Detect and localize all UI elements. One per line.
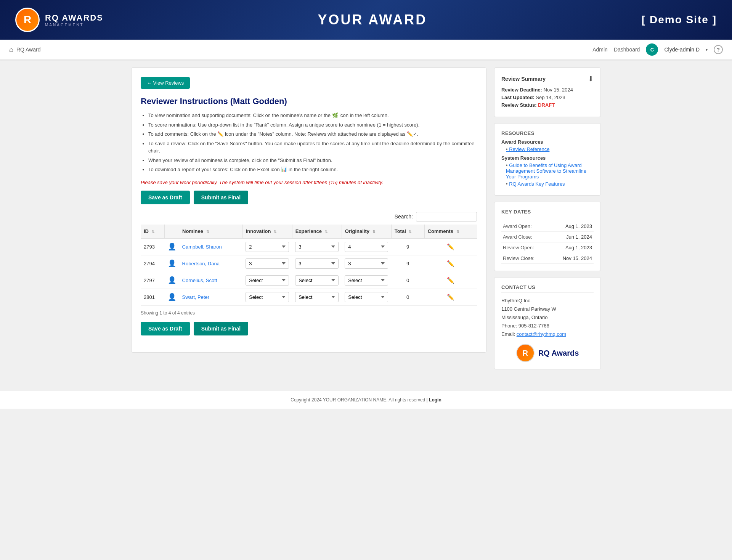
user-name: Clyde-admin D (664, 47, 700, 53)
person-icon[interactable]: 👤 (168, 276, 176, 284)
instruction-item: To score nominations: Use drop-down list… (148, 121, 477, 129)
system-resource-link[interactable]: Guide to Benefits of Using Award Managem… (501, 162, 594, 180)
top-action-buttons: Save as Draft Submit as Final (141, 191, 477, 204)
cell-originality: Select 12345 (342, 272, 391, 289)
nominee-name-link[interactable]: Campbell, Sharon (182, 244, 222, 250)
col-comments[interactable]: Comments ⇅ (424, 225, 477, 238)
dashboard-link[interactable]: Dashboard (614, 47, 640, 53)
cell-innovation: Select 12345 (242, 272, 292, 289)
key-date-value: Nov 15, 2024 (549, 253, 594, 264)
view-reviews-button[interactable]: ← View Reviews (141, 77, 190, 89)
rq-awards-text: RQ Awards (538, 349, 579, 358)
download-icon[interactable]: ⬇ (588, 75, 594, 83)
cell-icon: 👤 (165, 255, 179, 272)
cell-originality: 3 1245 (342, 255, 391, 272)
innovation-select[interactable]: Select 12345 (246, 275, 289, 286)
contact-address2: Mississauga, Ontario (501, 313, 594, 322)
nominee-name-link[interactable]: Swart, Peter (182, 294, 210, 300)
col-experience[interactable]: Experience ⇅ (292, 225, 342, 238)
save-draft-button-bottom[interactable]: Save as Draft (141, 322, 190, 335)
rq-logo-footer: R RQ Awards (501, 344, 594, 362)
award-resource-link[interactable]: Review Reference (501, 146, 594, 152)
user-dropdown-icon[interactable]: ▾ (706, 48, 708, 52)
cell-innovation: Select 12345 (242, 289, 292, 305)
originality-select[interactable]: Select 12345 (345, 292, 388, 302)
originality-select[interactable]: 4 1235 (345, 242, 388, 252)
cell-experience: Select 12345 (292, 272, 342, 289)
contact-email-link[interactable]: contact@rhythmq.com (517, 331, 566, 337)
cell-innovation: 2 1345 (242, 238, 292, 255)
nominee-name-link[interactable]: Robertson, Dana (182, 261, 220, 266)
resources-title: RESOURCES (501, 130, 594, 136)
innovation-select[interactable]: 3 1245 (246, 258, 289, 269)
experience-select[interactable]: 3 1245 (295, 258, 339, 269)
col-nominee[interactable]: Nominee ⇅ (179, 225, 243, 238)
table-row: 2793 👤 Campbell, Sharon 2 1345 3 1245 4 … (141, 238, 477, 255)
help-icon[interactable]: ? (714, 45, 723, 54)
key-date-label: Review Open: (501, 242, 549, 253)
table-row: 2797 👤 Cornelius, Scott Select 12345 Sel… (141, 272, 477, 289)
originality-select[interactable]: Select 12345 (345, 275, 388, 286)
nominee-name-link[interactable]: Cornelius, Scott (182, 278, 217, 283)
cell-icon: 👤 (165, 238, 179, 255)
col-id[interactable]: ID ⇅ (141, 225, 165, 238)
person-icon[interactable]: 👤 (168, 293, 176, 301)
col-icon[interactable] (165, 225, 179, 238)
col-innovation[interactable]: Innovation ⇅ (242, 225, 292, 238)
innovation-select[interactable]: Select 12345 (246, 292, 289, 302)
submit-final-button-bottom[interactable]: Submit as Final (194, 322, 248, 335)
home-icon[interactable]: ⌂ (9, 46, 13, 54)
key-date-value: Jun 1, 2024 (549, 232, 594, 242)
cell-icon: 👤 (165, 289, 179, 305)
cell-total: 9 (391, 238, 424, 255)
deadline-row: Review Deadline: Nov 15, 2024 (501, 87, 594, 93)
cell-nominee: Campbell, Sharon (179, 238, 243, 255)
key-date-row: Award Close: Jun 1, 2024 (501, 232, 594, 242)
col-originality[interactable]: Originality ⇅ (342, 225, 391, 238)
comment-edit-icon[interactable]: ✏️ (447, 294, 454, 300)
comment-edit-icon[interactable]: ✏️ (447, 260, 454, 267)
key-dates-card: KEY DATES Award Open: Aug 1, 2023 Award … (494, 202, 601, 271)
search-label: Search: (395, 213, 413, 220)
system-resource-link[interactable]: RQ Awards Key Features (501, 181, 594, 187)
review-summary-card: Review Summary ⬇ Review Deadline: Nov 15… (494, 67, 601, 117)
cell-id: 2793 (141, 238, 165, 255)
table-row: 2794 👤 Robertson, Dana 3 1245 3 1245 3 1… (141, 255, 477, 272)
contact-title: CONTACT US (501, 284, 594, 293)
key-date-label: Review Close: (501, 253, 549, 264)
comment-edit-icon[interactable]: ✏️ (447, 244, 454, 250)
contact-info: RhythmQ Inc. 1100 Central Parkway W Miss… (501, 297, 594, 339)
experience-select[interactable]: Select 12345 (295, 275, 339, 286)
person-icon[interactable]: 👤 (168, 243, 176, 250)
cell-originality: 4 1235 (342, 238, 391, 255)
breadcrumb: RQ Award (16, 47, 41, 53)
save-draft-button-top[interactable]: Save as Draft (141, 191, 190, 204)
login-link[interactable]: Login (429, 397, 441, 403)
bottom-action-buttons: Save as Draft Submit as Final (141, 322, 477, 335)
innovation-select[interactable]: 2 1345 (246, 242, 289, 252)
person-icon[interactable]: 👤 (168, 260, 176, 267)
experience-select[interactable]: Select 12345 (295, 292, 339, 302)
cell-icon: 👤 (165, 272, 179, 289)
resources-card: RESOURCES Award Resources Review Referen… (494, 123, 601, 196)
cell-total: 0 (391, 272, 424, 289)
instruction-item: To add comments: Click on the ✏️ icon un… (148, 130, 477, 138)
col-total[interactable]: Total ⇅ (391, 225, 424, 238)
comment-edit-icon[interactable]: ✏️ (447, 277, 454, 284)
page-content: ← View Reviews Reviewer Instructions (Ma… (122, 60, 610, 383)
originality-select[interactable]: 3 1245 (345, 258, 388, 269)
contact-card: CONTACT US RhythmQ Inc. 1100 Central Par… (494, 277, 601, 369)
logo-area: R RQ AWARDS MANAGEMENT (15, 8, 103, 32)
main-panel: ← View Reviews Reviewer Instructions (Ma… (131, 67, 486, 353)
cell-experience: Select 12345 (292, 289, 342, 305)
logo-icon: R (15, 8, 40, 32)
submit-final-button-top[interactable]: Submit as Final (194, 191, 248, 204)
cell-comment: ✏️ (424, 289, 477, 305)
cell-total: 9 (391, 255, 424, 272)
key-date-row: Award Open: Aug 1, 2023 (501, 221, 594, 232)
email-label: Email: (501, 331, 515, 337)
admin-link[interactable]: Admin (592, 47, 608, 53)
search-input[interactable] (416, 212, 477, 221)
instructions-list: To view nomination and supporting docume… (141, 112, 477, 173)
experience-select[interactable]: 3 1245 (295, 242, 339, 252)
